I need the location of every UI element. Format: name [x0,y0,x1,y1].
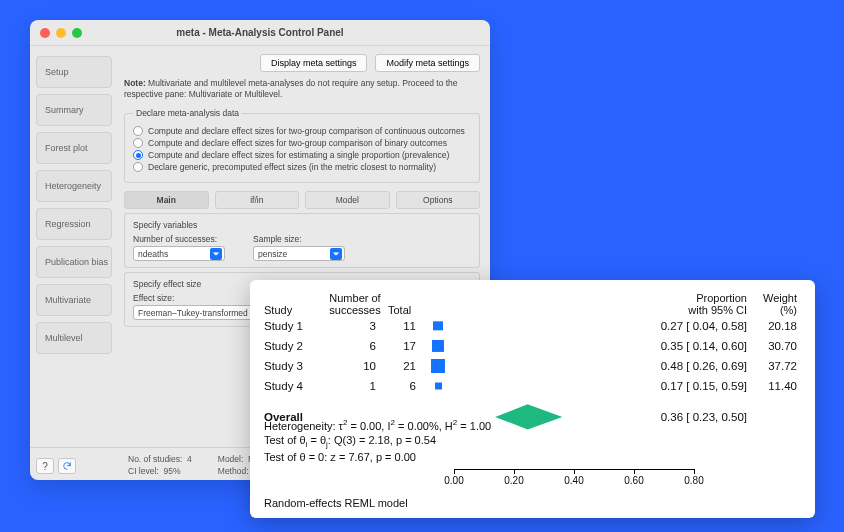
col-successes: Number of successes [322,292,388,316]
sidebar-item-heterogeneity[interactable]: Heterogeneity [36,170,112,202]
col-proportion: Proportion with 95% CI [637,292,747,316]
study-marker-cell [438,316,637,336]
status-label: Method: [218,466,249,476]
study-weight: 30.70 [747,340,797,352]
sidebar-item-label: Multivariate [45,295,91,305]
study-name: Study 3 [264,360,322,372]
diamond-icon [438,396,637,438]
overall-ci: 0.36 [ 0.23, 0.50] [637,411,747,423]
study-marker-cell [438,336,637,356]
forest-row: Study 1 3 11 0.27 [ 0.04, 0.58] 20.18 [264,316,797,336]
forest-row: Study 2 6 17 0.35 [ 0.14, 0.60] 30.70 [264,336,797,356]
study-total: 6 [388,380,438,392]
tab-main[interactable]: Main [124,191,209,209]
corner-buttons: ? [36,458,76,474]
sidebar-item-setup[interactable]: Setup [36,56,112,88]
radio-generic[interactable]: Declare generic, precomputed effect size… [133,162,471,172]
sidebar-item-label: Forest plot [45,143,88,153]
declare-legend: Declare meta-analysis data [133,108,242,118]
window-title: meta - Meta-Analysis Control Panel [30,27,490,38]
status-label: CI level: [128,466,159,476]
axis-tick-label: 0.00 [444,475,463,486]
forest-row: Study 4 1 6 0.17 [ 0.15, 0.59] 11.40 [264,376,797,396]
sidebar-item-summary[interactable]: Summary [36,94,112,126]
tab-model[interactable]: Model [305,191,390,209]
note-prefix: Note: [124,78,148,88]
refresh-button[interactable] [58,458,76,474]
refresh-icon [62,461,72,471]
study-ci: 0.27 [ 0.04, 0.58] [637,320,747,332]
sample-size-value: pensize [258,249,287,259]
overall-test-line: Test of θ = 0: z = 7.67, p = 0.00 [264,451,797,463]
study-marker-cell [438,356,637,376]
study-successes: 6 [322,340,388,352]
radio-continuous[interactable]: Compute and declare effect sizes for two… [133,126,471,136]
chevron-down-icon [210,248,222,260]
study-name: Study 1 [264,320,322,332]
study-weight: 20.18 [747,320,797,332]
sidebar-item-label: Heterogeneity [45,181,101,191]
radio-binary[interactable]: Compute and declare effect sizes for two… [133,138,471,148]
sidebar-item-label: Multilevel [45,333,83,343]
status-label: Model: [218,454,244,464]
modify-settings-button[interactable]: Modify meta settings [375,54,480,72]
group-title: Specify variables [133,220,471,230]
radio-icon [133,150,143,160]
forest-axis: 0.000.200.400.600.80 [454,465,694,493]
sidebar-item-multivariate[interactable]: Multivariate [36,284,112,316]
study-weight: 37.72 [747,360,797,372]
forest-overall-row: Overall 0.36 [ 0.23, 0.50] [264,396,797,416]
axis-tick-label: 0.40 [564,475,583,486]
axis-tick-label: 0.80 [684,475,703,486]
svg-marker-0 [495,404,562,429]
sidebar-item-publication-bias[interactable]: Publication bias [36,246,112,278]
radio-label: Compute and declare effect sizes for two… [148,126,465,136]
sidebar: Setup Summary Forest plot Heterogeneity … [30,46,118,447]
col-total: Total [388,304,438,316]
col-study: Study [264,304,322,316]
radio-label: Declare generic, precomputed effect size… [148,162,436,172]
sidebar-item-regression[interactable]: Regression [36,208,112,240]
sample-size-label: Sample size: [253,234,345,244]
study-total: 17 [388,340,438,352]
sidebar-item-label: Setup [45,67,69,77]
sidebar-item-label: Publication bias [45,257,108,267]
sidebar-item-label: Regression [45,219,91,229]
display-settings-button[interactable]: Display meta settings [260,54,368,72]
specify-variables-group: Specify variables Number of successes: n… [124,213,480,268]
radio-proportion[interactable]: Compute and declare effect sizes for est… [133,150,471,160]
note-body: Multivariate and multilevel meta-analyse… [124,78,458,99]
axis-tick-label: 0.20 [504,475,523,486]
successes-value: ndeaths [138,249,168,259]
help-button[interactable]: ? [36,458,54,474]
sidebar-item-label: Summary [45,105,84,115]
sidebar-item-multilevel[interactable]: Multilevel [36,322,112,354]
forest-row: Study 3 10 21 0.48 [ 0.26, 0.69] 37.72 [264,356,797,376]
col-weight: Weight (%) [747,292,797,316]
status-value: 95% [163,466,180,476]
subtab-bar: Main if/in Model Options [124,191,480,209]
setup-note: Note: Multivariate and multilevel meta-a… [124,78,480,100]
declare-fieldset: Declare meta-analysis data Compute and d… [124,108,480,183]
forest-plot-card: Study Number of successes Total Proporti… [250,280,815,518]
sidebar-item-forest-plot[interactable]: Forest plot [36,132,112,164]
status-label: No. of studies: [128,454,182,464]
radio-label: Compute and declare effect sizes for est… [148,150,449,160]
sample-size-combo[interactable]: pensize [253,246,345,261]
radio-label: Compute and declare effect sizes for two… [148,138,447,148]
study-ci: 0.35 [ 0.14, 0.60] [637,340,747,352]
window-titlebar: meta - Meta-Analysis Control Panel [30,20,490,46]
radio-icon [133,138,143,148]
study-successes: 3 [322,320,388,332]
successes-combo[interactable]: ndeaths [133,246,225,261]
study-weight: 11.40 [747,380,797,392]
forest-model-footer: Random-effects REML model [264,497,797,509]
tab-if-in[interactable]: if/in [215,191,300,209]
radio-icon [133,126,143,136]
status-value: 4 [187,454,192,464]
axis-tick-label: 0.60 [624,475,643,486]
tab-options[interactable]: Options [396,191,481,209]
overall-marker-cell [438,396,637,438]
study-name: Study 4 [264,380,322,392]
successes-label: Number of successes: [133,234,225,244]
